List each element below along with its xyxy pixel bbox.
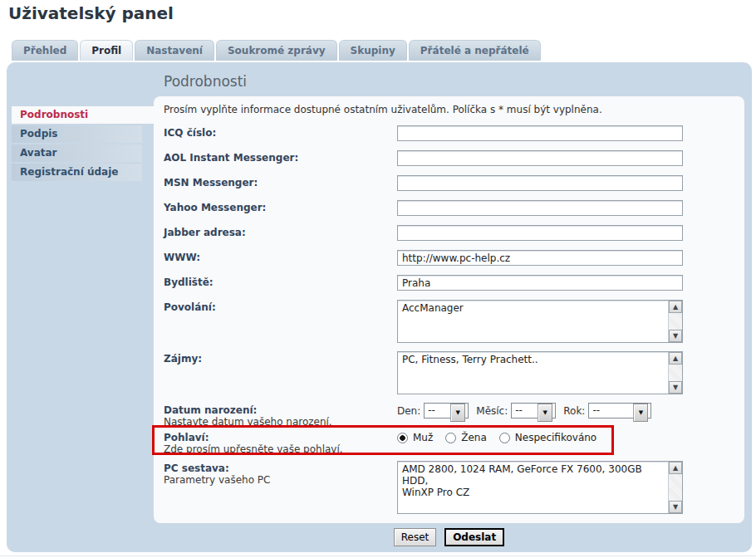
- gender-radio-label[interactable]: Nespecifikováno: [515, 432, 596, 443]
- tab-soukrome-zpravy[interactable]: Soukromé zprávy: [216, 40, 337, 61]
- page-bottom-divider: [0, 556, 756, 556]
- gender-radio-zena[interactable]: [445, 433, 456, 443]
- pc-textarea[interactable]: AMD 2800, 1024 RAM, GeForce FX 7600, 300…: [398, 462, 668, 513]
- www-label: WWW:: [164, 250, 392, 265]
- gender-radio-label[interactable]: Muž: [413, 432, 433, 443]
- gender-radio-nespecifikovano[interactable]: [499, 433, 510, 443]
- msn-input[interactable]: [397, 175, 683, 191]
- tab-bar: Přehled Profil Nastavení Soukromé zprávy…: [12, 40, 541, 61]
- month-value: --: [512, 404, 535, 418]
- birth-hint: Nastavte datum vašeho narození.: [164, 416, 392, 428]
- gender-option-nespecifikovano: Nespecifikováno: [499, 432, 596, 443]
- gender-radio-label[interactable]: Žena: [461, 432, 487, 443]
- gender-radio-muz[interactable]: [397, 433, 408, 443]
- gender-option-muz: Muž: [397, 432, 433, 443]
- scroll-up-icon[interactable]: ▲: [669, 301, 682, 313]
- dropdown-arrow-icon[interactable]: ▼: [538, 404, 552, 422]
- pc-textarea-frame: AMD 2800, 1024 RAM, GeForce FX 7600, 300…: [397, 461, 683, 514]
- yahoo-input[interactable]: [397, 200, 683, 216]
- scroll-down-icon[interactable]: ▼: [669, 330, 682, 342]
- povolani-label: Povolání:: [164, 300, 392, 315]
- icq-label: ICQ číslo:: [164, 125, 392, 140]
- tab-profil[interactable]: Profil: [80, 40, 133, 61]
- submit-button[interactable]: Odeslat: [444, 528, 504, 546]
- tab-prehled[interactable]: Přehled: [12, 40, 78, 61]
- scroll-down-icon[interactable]: ▼: [669, 501, 682, 513]
- year-label: Rok:: [563, 405, 585, 417]
- yahoo-label: Yahoo Messenger:: [164, 200, 392, 215]
- icq-input[interactable]: [397, 125, 683, 141]
- form-intro-text: Prosím vyplňte informace dostupné ostatn…: [164, 104, 602, 115]
- scrollbar[interactable]: ▲ ▼: [668, 352, 682, 394]
- gender-option-zena: Žena: [445, 432, 487, 443]
- www-input[interactable]: [397, 250, 683, 266]
- section-heading: Podrobnosti: [164, 73, 247, 90]
- sidebar-item-avatar[interactable]: Avatar: [12, 144, 142, 162]
- year-select[interactable]: -- ▼: [588, 403, 651, 418]
- dropdown-arrow-icon[interactable]: ▼: [450, 404, 465, 422]
- povolani-textarea[interactable]: AccManager: [398, 301, 668, 342]
- zajmy-label: Zájmy:: [164, 351, 392, 366]
- zajmy-textarea[interactable]: PC, Fitness, Terry Prachett..: [398, 352, 668, 394]
- zajmy-textarea-frame: PC, Fitness, Terry Prachett.. ▲ ▼: [397, 351, 683, 394]
- day-value: --: [425, 404, 448, 418]
- month-select[interactable]: -- ▼: [511, 403, 556, 418]
- sidebar: Podrobnosti Podpis Avatar Registrační úd…: [12, 106, 158, 183]
- reset-button[interactable]: Reset: [394, 528, 437, 546]
- day-select[interactable]: -- ▼: [424, 403, 469, 418]
- scrollbar[interactable]: ▲ ▼: [668, 462, 682, 513]
- pc-hint: Parametry vašeho PC: [164, 474, 392, 487]
- scroll-up-icon[interactable]: ▲: [669, 462, 682, 474]
- aim-label: AOL Instant Messenger:: [164, 150, 392, 165]
- scrollbar[interactable]: ▲ ▼: [668, 301, 682, 342]
- gender-hint: Zde prosím upřesněte vaše pohlaví.: [164, 443, 392, 456]
- povolani-textarea-frame: AccManager ▲ ▼: [397, 300, 683, 343]
- msn-label: MSN Messenger:: [164, 175, 392, 190]
- sidebar-item-podpis[interactable]: Podpis: [12, 125, 142, 143]
- day-label: Den:: [397, 405, 420, 417]
- tab-nastaveni[interactable]: Nastavení: [135, 40, 214, 61]
- form-panel: Prosím vyplňte informace dostupné ostatn…: [154, 96, 744, 523]
- form-actions: Reset Odeslat: [154, 528, 744, 546]
- aim-input[interactable]: [397, 150, 683, 166]
- page-title: Uživatelský panel: [8, 3, 174, 23]
- bydliste-label: Bydliště:: [164, 275, 392, 290]
- tab-skupiny[interactable]: Skupiny: [339, 40, 407, 61]
- sidebar-item-podrobnosti[interactable]: Podrobnosti: [12, 106, 158, 124]
- jabber-input[interactable]: [397, 225, 683, 241]
- bydliste-input[interactable]: [397, 275, 683, 291]
- scroll-down-icon[interactable]: ▼: [669, 381, 682, 394]
- dropdown-arrow-icon[interactable]: ▼: [633, 404, 648, 422]
- sidebar-item-registracni-udaje[interactable]: Registrační údaje: [12, 164, 142, 181]
- year-value: --: [589, 404, 631, 418]
- scroll-up-icon[interactable]: ▲: [669, 352, 682, 365]
- month-label: Měsíc:: [476, 405, 508, 417]
- jabber-label: Jabber adresa:: [164, 225, 392, 240]
- tab-pratele-a-nepratele[interactable]: Přátelé a nepřátelé: [409, 40, 541, 61]
